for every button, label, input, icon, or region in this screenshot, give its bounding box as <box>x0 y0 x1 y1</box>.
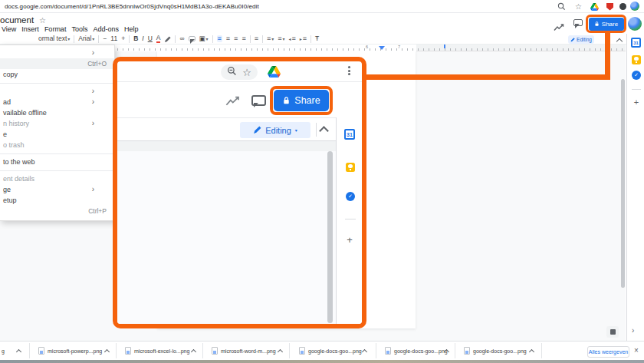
menu-view[interactable]: View <box>2 25 16 33</box>
menu-item-open[interactable]: Ctrl+O <box>0 58 114 69</box>
add-comment-icon[interactable] <box>189 36 196 41</box>
docs-profile-avatar[interactable] <box>628 17 642 31</box>
align-right-button[interactable]: ≡ <box>234 35 238 42</box>
share-button[interactable]: Share <box>274 90 329 111</box>
download-item-chevron-icon[interactable] <box>529 349 534 355</box>
menu-item-email[interactable]: › <box>0 86 114 97</box>
lock-icon <box>282 96 291 105</box>
font-size-decrease-button[interactable]: − <box>103 35 107 42</box>
drive-extension-icon[interactable] <box>268 66 281 81</box>
browser-profile-avatar[interactable] <box>630 2 639 11</box>
editing-mode-button[interactable]: Editing ▾ <box>240 122 310 138</box>
hide-side-panel-chevron-icon[interactable]: › <box>632 326 634 335</box>
underline-button[interactable]: U <box>148 35 153 42</box>
get-addons-plus-icon[interactable]: + <box>631 97 642 107</box>
download-item[interactable]: google-docs-goo...png <box>394 348 448 354</box>
bookmark-star-icon[interactable]: ☆ <box>574 2 583 11</box>
align-center-button[interactable]: ≡ <box>226 35 230 42</box>
download-item[interactable]: microsoft-word-m...png <box>221 348 276 354</box>
comments-icon[interactable] <box>573 19 583 26</box>
insert-image-dropdown[interactable]: ▣▾ <box>199 35 209 42</box>
clear-formatting-icon[interactable]: Ŧ <box>315 35 319 42</box>
download-item[interactable]: microsoft-excel-lo...png <box>134 348 189 354</box>
menu-item-available-offline[interactable]: vailable offline <box>0 107 114 118</box>
editing-mode-button[interactable]: Editing <box>568 35 594 44</box>
menu-item-print[interactable]: Ctrl+P <box>0 206 114 216</box>
dark-extension-icon[interactable] <box>619 2 627 11</box>
insert-link-icon[interactable]: ∞ <box>179 35 184 42</box>
font-dropdown[interactable]: Arial▾ <box>78 35 94 42</box>
menu-insert[interactable]: Insert <box>21 25 39 33</box>
menu-addons[interactable]: Add-ons <box>93 25 119 33</box>
menu-format[interactable]: Format <box>44 25 67 33</box>
tasks-icon[interactable]: ✓ <box>346 192 355 201</box>
zoom-out-magnifier-icon[interactable] <box>227 65 237 79</box>
download-item-chevron-icon[interactable] <box>278 349 283 355</box>
favorite-star-icon[interactable]: ☆ <box>39 16 46 25</box>
comments-icon[interactable] <box>251 95 266 106</box>
increase-indent-icon[interactable]: ▸≡ <box>300 35 307 42</box>
download-item-chevron-icon[interactable] <box>191 349 196 355</box>
keep-icon[interactable] <box>632 55 641 64</box>
ruler-margin-marker[interactable] <box>379 46 385 50</box>
callout-connector-vertical <box>605 31 610 80</box>
download-item-chevron-icon[interactable] <box>362 349 367 355</box>
font-size-value[interactable]: 11 <box>110 35 117 42</box>
line-spacing-icon[interactable]: ≡ <box>255 35 258 42</box>
text-color-button[interactable]: A <box>156 35 161 43</box>
document-activity-icon[interactable] <box>225 96 240 110</box>
tasks-icon[interactable]: ✓ <box>632 71 641 80</box>
document-title[interactable]: ocument <box>0 15 34 25</box>
adblock-extension-icon[interactable] <box>606 2 614 11</box>
hide-menus-chevron-icon[interactable] <box>319 126 329 136</box>
menu-help[interactable]: Help <box>124 25 139 33</box>
menu-item-document-details[interactable]: ent details <box>0 173 114 184</box>
decrease-indent-icon[interactable]: ◂≡ <box>288 35 295 42</box>
file-icon <box>464 347 470 355</box>
document-scrollbar[interactable] <box>327 151 333 323</box>
show-all-downloads-button[interactable]: Alles weergeven <box>587 346 629 358</box>
styles-dropdown[interactable]: ormal text▾ <box>38 35 70 42</box>
italic-button[interactable]: I <box>142 35 143 42</box>
close-downloads-icon[interactable]: × <box>634 346 639 355</box>
share-button[interactable]: Share <box>589 18 624 31</box>
calendar-icon[interactable]: 31 <box>344 129 355 140</box>
highlight-color-icon[interactable] <box>164 32 171 46</box>
menu-item-page-setup[interactable]: etup <box>0 195 114 206</box>
menu-item-new[interactable]: › <box>0 48 114 58</box>
menu-item-download[interactable]: ad› <box>0 97 114 107</box>
menu-item-rename[interactable]: e <box>0 129 114 140</box>
browser-menu-kebab-icon[interactable] <box>640 3 644 12</box>
search-zoom-icon[interactable] <box>557 2 566 11</box>
menu-item-make-a-copy[interactable]: copy <box>0 69 114 80</box>
document-activity-icon[interactable] <box>554 21 564 35</box>
menu-item-language[interactable]: ge› <box>0 184 114 195</box>
menu-item-publish-to-web[interactable]: to the web <box>0 157 114 167</box>
numbered-list-dropdown[interactable]: ≡▾ <box>278 35 284 42</box>
download-item[interactable]: g <box>2 348 5 354</box>
align-justify-button[interactable]: ≡ <box>242 35 245 42</box>
editing-caret-icon: ▾ <box>295 128 297 133</box>
download-item-chevron-icon[interactable] <box>16 349 21 355</box>
browser-menu-kebab-icon[interactable] <box>348 66 350 75</box>
ruler-indent-marker[interactable] <box>444 45 445 48</box>
keep-icon[interactable] <box>346 163 355 172</box>
download-item[interactable]: google-docs-goo...png <box>473 348 527 354</box>
calendar-icon[interactable]: 31 <box>631 38 641 48</box>
drive-extension-icon[interactable] <box>590 2 599 11</box>
bookmark-star-icon[interactable]: ☆ <box>242 68 251 78</box>
align-left-button[interactable]: ≡ <box>217 35 222 42</box>
download-item[interactable]: microsoft-powerp...png <box>48 348 102 354</box>
bulleted-list-dropdown[interactable]: ≡▾ <box>267 35 274 42</box>
menu-tools[interactable]: Tools <box>71 25 87 33</box>
menu-item-version-history[interactable]: n history› <box>0 118 114 129</box>
menu-item-move-to-trash[interactable]: o trash <box>0 140 114 150</box>
font-size-increase-button[interactable]: + <box>121 35 125 42</box>
bold-button[interactable]: B <box>133 35 138 42</box>
document-scrollbar[interactable] <box>621 79 625 288</box>
download-item[interactable]: google-docs-goo...png <box>308 348 362 354</box>
url-text[interactable]: docs.google.com/document/d/1PnRL3BE5dnnI… <box>5 3 259 10</box>
download-item-chevron-icon[interactable] <box>104 349 110 355</box>
get-addons-plus-icon[interactable]: + <box>344 234 355 245</box>
explore-button[interactable] <box>606 326 619 338</box>
